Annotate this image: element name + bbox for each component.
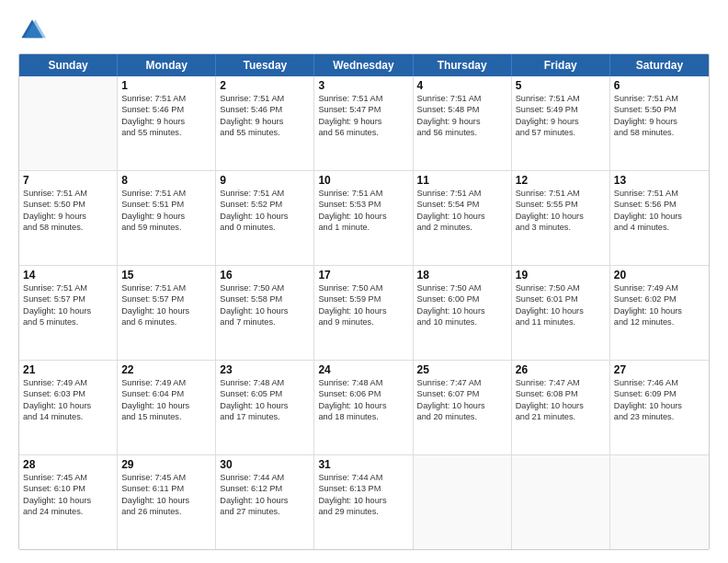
cell-line: Sunrise: 7:49 AM: [614, 282, 705, 293]
cell-line: Sunset: 6:09 PM: [614, 388, 705, 399]
cell-line: Daylight: 10 hours: [23, 400, 113, 411]
cell-line: Sunrise: 7:50 AM: [318, 282, 408, 293]
cell-line: Daylight: 9 hours: [121, 211, 211, 222]
empty-cell: [19, 76, 118, 170]
day-number: 18: [417, 269, 507, 282]
cell-line: Daylight: 10 hours: [121, 495, 211, 506]
cell-line: and 6 minutes.: [121, 316, 211, 327]
cell-line: Sunrise: 7:51 AM: [23, 188, 113, 199]
cell-line: and 3 minutes.: [516, 222, 606, 233]
cell-line: and 29 minutes.: [318, 506, 408, 517]
day-cell-17: 17Sunrise: 7:50 AMSunset: 5:59 PMDayligh…: [314, 266, 413, 360]
day-cell-6: 6Sunrise: 7:51 AMSunset: 5:50 PMDaylight…: [610, 76, 709, 170]
day-number: 14: [23, 269, 113, 282]
cell-line: Daylight: 10 hours: [220, 495, 310, 506]
day-cell-30: 30Sunrise: 7:44 AMSunset: 6:12 PMDayligh…: [216, 455, 314, 549]
cell-line: and 9 minutes.: [318, 316, 408, 327]
cell-line: and 55 minutes.: [121, 127, 211, 138]
cell-line: Sunset: 5:53 PM: [318, 199, 408, 210]
day-number: 26: [516, 363, 606, 376]
cell-line: Sunset: 5:55 PM: [516, 199, 606, 210]
header-day-monday: Monday: [118, 54, 216, 76]
cell-line: Sunset: 6:01 PM: [516, 293, 606, 304]
cell-line: Sunrise: 7:51 AM: [417, 188, 507, 199]
day-number: 12: [516, 174, 606, 187]
cell-line: Sunset: 6:11 PM: [121, 483, 211, 494]
cell-line: Sunrise: 7:51 AM: [220, 188, 310, 199]
header-day-saturday: Saturday: [610, 54, 709, 76]
day-cell-11: 11Sunrise: 7:51 AMSunset: 5:54 PMDayligh…: [414, 171, 512, 265]
cell-line: Daylight: 10 hours: [121, 400, 211, 411]
cell-line: Sunrise: 7:50 AM: [417, 282, 507, 293]
cell-line: Sunset: 6:12 PM: [220, 483, 310, 494]
day-cell-23: 23Sunrise: 7:48 AMSunset: 6:05 PMDayligh…: [216, 361, 314, 454]
cell-line: and 12 minutes.: [614, 316, 705, 327]
cell-line: Sunrise: 7:45 AM: [23, 472, 113, 483]
calendar-header: SundayMondayTuesdayWednesdayThursdayFrid…: [19, 54, 709, 76]
cell-line: and 56 minutes.: [417, 127, 507, 138]
week-3: 14Sunrise: 7:51 AMSunset: 5:57 PMDayligh…: [19, 266, 709, 361]
logo-icon: [18, 17, 46, 44]
cell-line: Sunset: 5:57 PM: [23, 293, 113, 304]
empty-cell: [512, 455, 610, 549]
cell-line: and 59 minutes.: [121, 222, 211, 233]
cell-line: Daylight: 10 hours: [121, 305, 211, 316]
day-number: 1: [121, 79, 211, 92]
cell-line: Sunset: 6:03 PM: [23, 388, 113, 399]
cell-line: and 5 minutes.: [23, 316, 113, 327]
cell-line: Sunset: 5:59 PM: [318, 293, 408, 304]
cell-line: and 20 minutes.: [417, 411, 507, 422]
cell-line: Sunrise: 7:51 AM: [121, 93, 211, 104]
day-cell-5: 5Sunrise: 7:51 AMSunset: 5:49 PMDaylight…: [512, 76, 610, 170]
day-cell-4: 4Sunrise: 7:51 AMSunset: 5:48 PMDaylight…: [414, 76, 512, 170]
week-2: 7Sunrise: 7:51 AMSunset: 5:50 PMDaylight…: [19, 171, 709, 266]
cell-line: Daylight: 10 hours: [220, 211, 310, 222]
day-cell-19: 19Sunrise: 7:50 AMSunset: 6:01 PMDayligh…: [512, 266, 610, 360]
cell-line: Sunset: 5:57 PM: [121, 293, 211, 304]
cell-line: Sunset: 5:46 PM: [121, 104, 211, 115]
day-number: 21: [23, 363, 113, 376]
day-number: 4: [417, 79, 507, 92]
cell-line: Sunset: 6:13 PM: [318, 483, 408, 494]
cell-line: Sunset: 5:47 PM: [318, 104, 408, 115]
cell-line: Daylight: 10 hours: [614, 211, 705, 222]
day-number: 7: [23, 174, 113, 187]
day-number: 28: [23, 458, 113, 471]
cell-line: Daylight: 9 hours: [121, 116, 211, 127]
cell-line: and 14 minutes.: [23, 411, 113, 422]
day-number: 30: [220, 458, 310, 471]
cell-line: Daylight: 10 hours: [318, 400, 408, 411]
cell-line: and 0 minutes.: [220, 222, 310, 233]
cell-line: and 24 minutes.: [23, 506, 113, 517]
cell-line: and 4 minutes.: [614, 222, 705, 233]
day-number: 25: [417, 363, 507, 376]
cell-line: Sunrise: 7:49 AM: [23, 377, 113, 388]
cell-line: Sunrise: 7:51 AM: [614, 188, 705, 199]
day-cell-8: 8Sunrise: 7:51 AMSunset: 5:51 PMDaylight…: [118, 171, 216, 265]
cell-line: Daylight: 10 hours: [417, 211, 507, 222]
cell-line: Sunset: 5:48 PM: [417, 104, 507, 115]
cell-line: Sunset: 5:49 PM: [516, 104, 606, 115]
day-cell-21: 21Sunrise: 7:49 AMSunset: 6:03 PMDayligh…: [19, 361, 118, 454]
day-cell-20: 20Sunrise: 7:49 AMSunset: 6:02 PMDayligh…: [610, 266, 709, 360]
cell-line: Sunset: 6:08 PM: [516, 388, 606, 399]
cell-line: Sunset: 5:46 PM: [220, 104, 310, 115]
day-number: 20: [614, 269, 705, 282]
day-cell-7: 7Sunrise: 7:51 AMSunset: 5:50 PMDaylight…: [19, 171, 118, 265]
cell-line: and 21 minutes.: [516, 411, 606, 422]
cell-line: Sunset: 5:52 PM: [220, 199, 310, 210]
day-cell-3: 3Sunrise: 7:51 AMSunset: 5:47 PMDaylight…: [314, 76, 413, 170]
cell-line: Daylight: 10 hours: [614, 305, 705, 316]
cell-line: and 58 minutes.: [614, 127, 705, 138]
cell-line: Sunrise: 7:51 AM: [318, 188, 408, 199]
calendar: SundayMondayTuesdayWednesdayThursdayFrid…: [18, 53, 710, 550]
cell-line: and 10 minutes.: [417, 316, 507, 327]
cell-line: and 7 minutes.: [220, 316, 310, 327]
day-cell-12: 12Sunrise: 7:51 AMSunset: 5:55 PMDayligh…: [512, 171, 610, 265]
cell-line: Sunset: 5:56 PM: [614, 199, 705, 210]
day-number: 2: [220, 79, 310, 92]
cell-line: Sunrise: 7:50 AM: [516, 282, 606, 293]
day-number: 11: [417, 174, 507, 187]
day-number: 3: [318, 79, 408, 92]
day-number: 17: [318, 269, 408, 282]
